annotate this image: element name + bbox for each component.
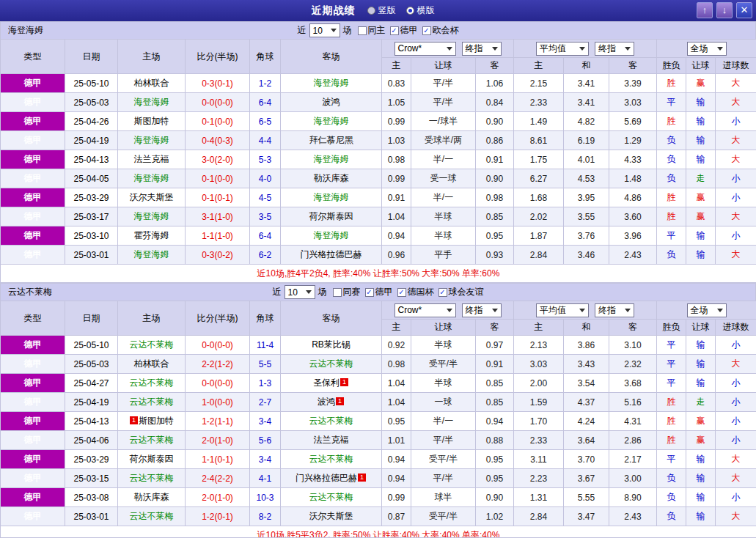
checkbox-icon[interactable]: [390, 26, 399, 35]
scroll-down-button[interactable]: ↓: [716, 2, 733, 18]
red-card-badge: 1: [130, 416, 138, 424]
away-team-cell: RB莱比锡: [281, 336, 382, 355]
league-cell: 德甲: [1, 93, 65, 112]
col-score: 比分(半场): [186, 301, 250, 336]
score-cell: 1-2(0-1): [186, 507, 250, 526]
layout-radio-horizontal[interactable]: 横版: [406, 4, 435, 17]
team-name: 云达不莱梅: [309, 492, 353, 502]
avg-home-cell: 8.61: [514, 131, 564, 150]
home-team-cell: 海登海姆: [118, 246, 186, 265]
filter-checkbox-option[interactable]: 同赛: [333, 286, 361, 298]
league-cell: 德甲: [1, 393, 65, 412]
col-result-handicap: 让球: [686, 320, 716, 336]
result-handicap-cell: 赢: [686, 431, 716, 450]
corner-cell: 11-4: [250, 336, 281, 355]
avg-odds-select[interactable]: 平均值: [536, 42, 589, 56]
away-team-cell: 沃尔夫斯堡: [281, 507, 382, 526]
radio-icon[interactable]: [406, 7, 414, 15]
corner-cell: 5-5: [250, 355, 281, 374]
odds-time-select[interactable]: 终指: [462, 303, 502, 317]
home-team-cell: 海登海姆: [118, 169, 186, 188]
home-team-cell: 霍芬海姆: [118, 226, 186, 246]
odds-handicap-cell: 受平/半: [411, 355, 476, 374]
team-name: 云达不莱梅: [130, 511, 174, 521]
avg-draw-cell: 3.95: [564, 188, 609, 207]
result-wdl-cell: 负: [657, 488, 686, 507]
radio-icon[interactable]: [367, 7, 375, 15]
avg-away-cell: 3.03: [609, 93, 657, 112]
odds-company-select[interactable]: Crow*: [394, 303, 456, 317]
team-name: 门兴格拉德巴赫: [301, 249, 362, 259]
avg-odds-time-select[interactable]: 终指: [595, 42, 634, 56]
match-row: 德甲25-04-131斯图加特1-2(1-1)3-4云达不莱梅0.95半/一0.…: [1, 412, 756, 431]
avg-away-cell: 4.86: [609, 188, 657, 207]
checkbox-icon[interactable]: [438, 288, 447, 297]
result-handicap-cell: 输: [686, 226, 716, 246]
league-cell: 德甲: [1, 488, 65, 507]
team-name: 勒沃库森: [134, 492, 169, 502]
match-row: 德甲25-04-27云达不莱梅0-0(0-0)1-3圣保利11.04半球0.85…: [1, 374, 756, 393]
match-row: 德甲25-04-05海登海姆0-1(0-0)4-0勒沃库森0.99受一球0.90…: [1, 169, 756, 188]
checkbox-icon[interactable]: [397, 288, 406, 297]
date-cell: 25-05-03: [65, 93, 118, 112]
red-card-badge: 1: [358, 473, 366, 482]
odds-time-select[interactable]: 终指: [462, 42, 502, 56]
result-handicap-cell: 输: [686, 93, 716, 112]
scroll-up-button[interactable]: ↑: [697, 2, 713, 18]
avg-draw-cell: 3.47: [564, 507, 609, 526]
team-name: 云达不莱梅: [309, 454, 353, 464]
layout-radio-vertical[interactable]: 竖版: [367, 4, 396, 17]
checkbox-icon[interactable]: [333, 288, 342, 297]
col-type: 类型: [1, 40, 65, 74]
result-handicap-cell: 走: [686, 169, 716, 188]
away-team-cell: 波鸿1: [281, 393, 382, 412]
close-button[interactable]: ✕: [736, 2, 752, 18]
avg-odds-select[interactable]: 平均值: [536, 303, 589, 317]
odds-handicap-cell: 一/球半: [411, 112, 476, 131]
filter-checkbox-option[interactable]: 德国杯: [397, 286, 434, 298]
chevron-down-icon: [447, 47, 452, 51]
match-row: 德甲25-04-06云达不莱梅2-0(1-0)5-6法兰克福1.01平/半0.8…: [1, 431, 756, 450]
date-cell: 25-05-10: [65, 74, 118, 93]
filter-option-label: 球会友谊: [449, 286, 484, 298]
date-cell: 25-03-01: [65, 507, 118, 526]
odds-home-cell: 1.04: [382, 393, 411, 412]
col-result-wdl: 胜负: [657, 320, 686, 336]
avg-draw-cell: 3.86: [564, 336, 609, 355]
odds-home-cell: 0.92: [382, 336, 411, 355]
avg-odds-time-select[interactable]: 终指: [595, 303, 634, 317]
odds-handicap-cell: 半球: [411, 374, 476, 393]
avg-away-cell: 2.32: [609, 355, 657, 374]
filter-checkbox-option[interactable]: 同主: [358, 24, 386, 37]
team-name: 斯图加特: [139, 416, 174, 426]
result-wdl-cell: 胜: [657, 74, 686, 93]
result-wdl-cell: 胜: [657, 207, 686, 226]
avg-draw-cell: 4.37: [564, 393, 609, 412]
result-scope-select[interactable]: 全场: [687, 303, 727, 317]
result-scope-select[interactable]: 全场: [687, 42, 727, 56]
odds-company-select[interactable]: Crow*: [394, 42, 456, 56]
filter-checkbox-option[interactable]: 欧会杯: [422, 24, 459, 37]
odds-home-cell: 0.87: [382, 507, 411, 526]
match-row: 德甲25-05-10云达不莱梅0-0(0-0)11-4RB莱比锡0.92半球0.…: [1, 336, 756, 355]
match-count-select[interactable]: 10: [285, 285, 315, 299]
filter-checkbox-option[interactable]: 德甲: [365, 286, 393, 298]
team-name: 云达不莱梅: [130, 397, 174, 407]
filter-suffix-label: 场: [343, 24, 352, 37]
odds-away-cell: 0.95: [476, 469, 514, 488]
match-row: 德甲25-03-10霍芬海姆1-1(1-0)6-4海登海姆0.94半球0.951…: [1, 226, 756, 246]
result-wdl-cell: 平: [657, 93, 686, 112]
odds-away-cell: 0.98: [476, 188, 514, 207]
checkbox-icon[interactable]: [422, 26, 431, 35]
checkbox-icon[interactable]: [365, 288, 374, 297]
matches-table: 类型 日期 主场 比分(半场) 角球 客场 Crow* 终指: [0, 301, 756, 538]
summary-row: 近10场,胜5平3负2, 胜率:50% 让胜率:40% 大率:40% 单率:40…: [1, 526, 756, 538]
filter-checkbox-option[interactable]: 球会友谊: [438, 286, 484, 298]
col-odds-away: 客: [476, 320, 514, 336]
filter-checkbox-option[interactable]: 德甲: [390, 24, 418, 37]
result-goals-cell: 小: [716, 169, 756, 188]
checkbox-icon[interactable]: [358, 26, 367, 35]
corner-cell: 6-4: [250, 93, 281, 112]
league-cell: 德甲: [1, 188, 65, 207]
match-count-select[interactable]: 10: [309, 23, 340, 37]
